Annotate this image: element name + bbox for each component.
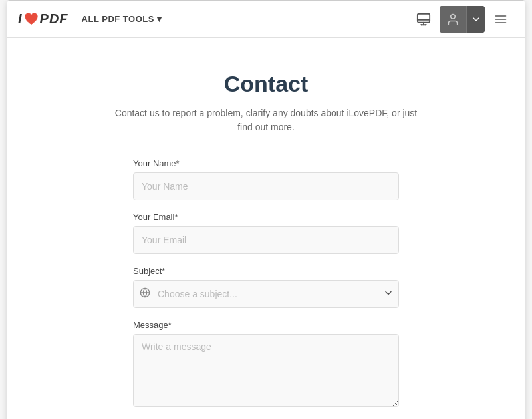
user-avatar xyxy=(440,6,466,33)
subject-placeholder: Choose a subject... xyxy=(158,289,237,299)
email-field-group: Your Email* xyxy=(133,212,399,254)
globe-icon xyxy=(140,287,150,301)
user-dropdown-chevron[interactable] xyxy=(466,6,485,33)
subject-select-wrapper: Choose a subject... xyxy=(133,280,399,308)
logo-pdf: PDF xyxy=(40,11,68,27)
subject-field-group: Subject* Choose a subject... xyxy=(133,266,399,308)
user-menu-button[interactable] xyxy=(440,6,485,33)
subject-label: Subject* xyxy=(133,266,399,276)
logo-heart-icon xyxy=(25,13,38,26)
nav-right xyxy=(410,6,514,33)
email-input[interactable] xyxy=(133,226,399,254)
message-textarea[interactable] xyxy=(133,334,399,407)
contact-form: Your Name* Your Email* Subject* xyxy=(133,158,399,419)
name-input[interactable] xyxy=(133,172,399,200)
subject-select[interactable]: Choose a subject... xyxy=(133,280,399,308)
name-label: Your Name* xyxy=(133,158,399,168)
tools-chevron-icon: ▾ xyxy=(157,14,162,24)
hamburger-menu-button[interactable] xyxy=(487,6,514,33)
page-subtitle: Contact us to report a problem, clarify … xyxy=(106,106,426,134)
page-title: Contact xyxy=(66,71,466,97)
all-pdf-tools-label: ALL PDF TOOLS xyxy=(82,14,154,24)
email-label: Your Email* xyxy=(133,212,399,222)
message-label: Message* xyxy=(133,320,399,330)
main-content: Contact Contact us to report a problem, … xyxy=(53,38,479,419)
navbar: I PDF ALL PDF TOOLS ▾ xyxy=(7,1,525,38)
logo-i: I xyxy=(18,11,23,27)
message-field-group: Message* xyxy=(133,320,399,410)
select-chevron-icon xyxy=(384,289,392,299)
svg-rect-0 xyxy=(418,13,430,22)
svg-point-3 xyxy=(451,14,456,19)
all-pdf-tools-nav[interactable]: ALL PDF TOOLS ▾ xyxy=(82,14,162,24)
monitor-button[interactable] xyxy=(410,6,437,33)
logo[interactable]: I PDF xyxy=(18,11,68,27)
name-field-group: Your Name* xyxy=(133,158,399,200)
